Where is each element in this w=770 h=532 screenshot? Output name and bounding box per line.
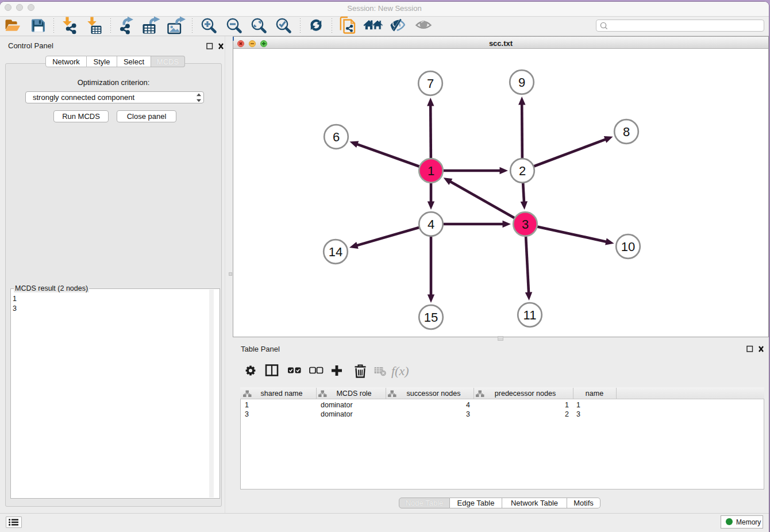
svg-text:8: 8	[623, 125, 630, 139]
svg-text:9: 9	[518, 75, 525, 90]
svg-text:14: 14	[329, 245, 342, 259]
svg-text:11: 11	[523, 308, 537, 322]
svg-text:6: 6	[333, 130, 340, 144]
svg-text:10: 10	[621, 240, 635, 254]
svg-text:f(x): f(x)	[391, 364, 409, 378]
svg-text:15: 15	[424, 310, 438, 325]
svg-text:3: 3	[522, 217, 529, 232]
svg-text:7: 7	[427, 76, 434, 91]
svg-text:1: 1	[428, 164, 434, 178]
svg-text:2: 2	[519, 164, 526, 178]
svg-text:4: 4	[428, 217, 434, 232]
